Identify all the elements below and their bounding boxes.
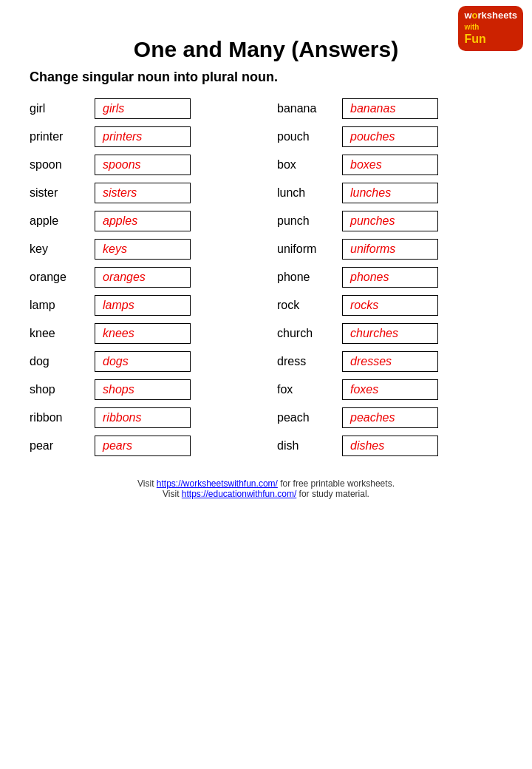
singular-word: orange	[30, 271, 89, 284]
answer-box: dishes	[342, 436, 438, 456]
singular-word: banana	[277, 102, 336, 115]
answer-box: dogs	[95, 351, 191, 372]
answer-box: sisters	[95, 183, 191, 203]
answer-box: oranges	[95, 267, 191, 288]
answer-box: lunches	[342, 183, 438, 203]
subtitle: Change singular noun into plural noun.	[30, 70, 502, 85]
singular-word: pear	[30, 439, 89, 453]
table-row: spoonspoons	[30, 155, 255, 175]
answer-box: spoons	[95, 155, 191, 175]
singular-word: rock	[277, 299, 336, 312]
footer: Visit https://worksheetswithfun.com/ for…	[30, 478, 502, 499]
singular-word: pouch	[277, 130, 336, 143]
footer-link2[interactable]: https://educationwithfun.com/	[182, 489, 296, 499]
singular-word: lunch	[277, 186, 336, 200]
table-row: phonephones	[277, 267, 502, 288]
table-row: pearpears	[30, 436, 255, 456]
answer-box: phones	[342, 267, 438, 288]
table-row: punchpunches	[277, 211, 502, 231]
page-title: One and Many (Answers)	[30, 37, 502, 62]
table-row: lunchlunches	[277, 183, 502, 203]
answer-box: printers	[95, 126, 191, 147]
table-row: girlgirls	[30, 98, 255, 119]
singular-word: spoon	[30, 158, 89, 172]
table-row: appleapples	[30, 211, 255, 231]
word-columns: girlgirlsprinterprintersspoonspoonssiste…	[30, 98, 502, 464]
singular-word: girl	[30, 102, 89, 115]
singular-word: apple	[30, 214, 89, 228]
table-row: peachpeaches	[277, 407, 502, 428]
singular-word: lamp	[30, 299, 89, 312]
answer-box: apples	[95, 211, 191, 231]
table-row: dogdogs	[30, 351, 255, 372]
singular-word: dish	[277, 439, 336, 453]
singular-word: punch	[277, 214, 336, 228]
answer-box: lamps	[95, 295, 191, 316]
singular-word: box	[277, 158, 336, 172]
singular-word: printer	[30, 130, 89, 143]
singular-word: dog	[30, 355, 89, 368]
logo: worksheets with Fun	[458, 6, 523, 51]
table-row: boxboxes	[277, 155, 502, 175]
table-row: uniformuniforms	[277, 239, 502, 260]
singular-word: sister	[30, 186, 89, 200]
answer-box: churches	[342, 323, 438, 344]
footer-line2: Visit https://educationwithfun.com/ for …	[30, 489, 502, 499]
singular-word: key	[30, 243, 89, 256]
table-row: shopshops	[30, 379, 255, 400]
singular-word: uniform	[277, 243, 336, 256]
answer-box: rocks	[342, 295, 438, 316]
answer-box: foxes	[342, 379, 438, 400]
footer-line1: Visit https://worksheetswithfun.com/ for…	[30, 478, 502, 489]
answer-box: pears	[95, 436, 191, 456]
answer-box: punches	[342, 211, 438, 231]
answer-box: knees	[95, 323, 191, 344]
table-row: dishdishes	[277, 436, 502, 456]
answer-box: peaches	[342, 407, 438, 428]
table-row: rockrocks	[277, 295, 502, 316]
table-row: ribbonribbons	[30, 407, 255, 428]
table-row: foxfoxes	[277, 379, 502, 400]
footer-link1[interactable]: https://worksheetswithfun.com/	[157, 478, 278, 489]
answer-box: girls	[95, 98, 191, 119]
right-column: bananabananaspouchpouchesboxboxeslunchlu…	[277, 98, 502, 464]
singular-word: church	[277, 327, 336, 340]
answer-box: dresses	[342, 351, 438, 372]
answer-box: ribbons	[95, 407, 191, 428]
singular-word: shop	[30, 383, 89, 396]
answer-box: keys	[95, 239, 191, 260]
singular-word: phone	[277, 271, 336, 284]
singular-word: dress	[277, 355, 336, 368]
answer-box: uniforms	[342, 239, 438, 260]
table-row: printerprinters	[30, 126, 255, 147]
answer-box: bananas	[342, 98, 438, 119]
table-row: pouchpouches	[277, 126, 502, 147]
answer-box: pouches	[342, 126, 438, 147]
table-row: orangeoranges	[30, 267, 255, 288]
singular-word: knee	[30, 327, 89, 340]
singular-word: ribbon	[30, 411, 89, 424]
table-row: lamplamps	[30, 295, 255, 316]
answer-box: boxes	[342, 155, 438, 175]
answer-box: shops	[95, 379, 191, 400]
singular-word: peach	[277, 411, 336, 424]
table-row: bananabananas	[277, 98, 502, 119]
table-row: dressdresses	[277, 351, 502, 372]
table-row: kneeknees	[30, 323, 255, 344]
table-row: churchchurches	[277, 323, 502, 344]
left-column: girlgirlsprinterprintersspoonspoonssiste…	[30, 98, 255, 464]
singular-word: fox	[277, 383, 336, 396]
table-row: keykeys	[30, 239, 255, 260]
table-row: sistersisters	[30, 183, 255, 203]
